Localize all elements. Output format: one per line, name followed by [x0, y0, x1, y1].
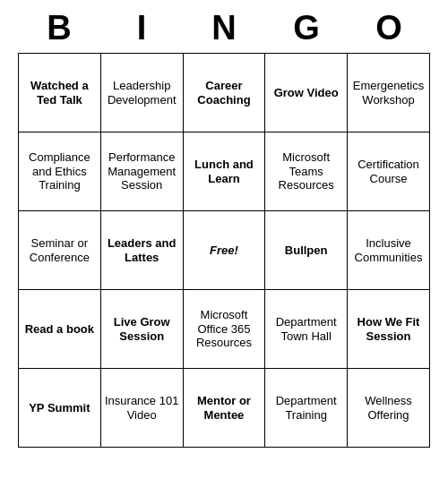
- bingo-cell-r2-c2: Free!: [183, 211, 265, 290]
- bingo-cell-r2-c1: Leaders and Lattes: [100, 211, 183, 290]
- bingo-title: BINGO: [18, 0, 430, 53]
- bingo-letter-i: I: [115, 9, 168, 47]
- bingo-cell-r1-c3: Microsoft Teams Resources: [265, 132, 348, 211]
- bingo-cell-r4-c2: Mentor or Mentee: [183, 369, 265, 448]
- bingo-cell-r3-c1: Live Grow Session: [100, 290, 183, 369]
- bingo-cell-r4-c3: Department Training: [265, 369, 348, 448]
- bingo-cell-r0-c0: Watched a Ted Talk: [19, 54, 101, 132]
- bingo-letter-b: B: [32, 9, 86, 47]
- bingo-cell-r1-c4: Certification Course: [348, 132, 430, 211]
- bingo-cell-r0-c1: Leadership Development: [100, 54, 183, 132]
- bingo-grid: Watched a Ted TalkLeadership Development…: [18, 53, 430, 448]
- bingo-cell-r3-c0: Read a book: [19, 290, 101, 369]
- bingo-letter-o: O: [362, 9, 416, 47]
- bingo-cell-r4-c1: Insurance 101 Video: [100, 369, 183, 448]
- bingo-letter-g: G: [280, 9, 333, 47]
- bingo-letter-n: N: [197, 9, 251, 47]
- bingo-cell-r1-c2: Lunch and Learn: [183, 132, 265, 211]
- bingo-cell-r1-c0: Compliance and Ethics Training: [19, 132, 101, 211]
- bingo-cell-r3-c3: Department Town Hall: [265, 290, 348, 369]
- bingo-cell-r0-c3: Grow Video: [265, 54, 348, 132]
- bingo-cell-r2-c3: Bullpen: [265, 211, 348, 290]
- bingo-cell-r2-c4: Inclusive Communities: [348, 211, 430, 290]
- bingo-cell-r4-c4: Wellness Offering: [348, 369, 430, 448]
- bingo-cell-r3-c4: How We Fit Session: [348, 290, 430, 369]
- bingo-cell-r0-c4: Emergenetics Workshop: [348, 54, 430, 132]
- bingo-cell-r3-c2: Microsoft Office 365 Resources: [183, 290, 265, 369]
- bingo-cell-r4-c0: YP Summit: [19, 369, 101, 448]
- bingo-cell-r2-c0: Seminar or Conference: [19, 211, 101, 290]
- bingo-cell-r0-c2: Career Coaching: [183, 54, 265, 132]
- bingo-cell-r1-c1: Performance Management Session: [100, 132, 183, 211]
